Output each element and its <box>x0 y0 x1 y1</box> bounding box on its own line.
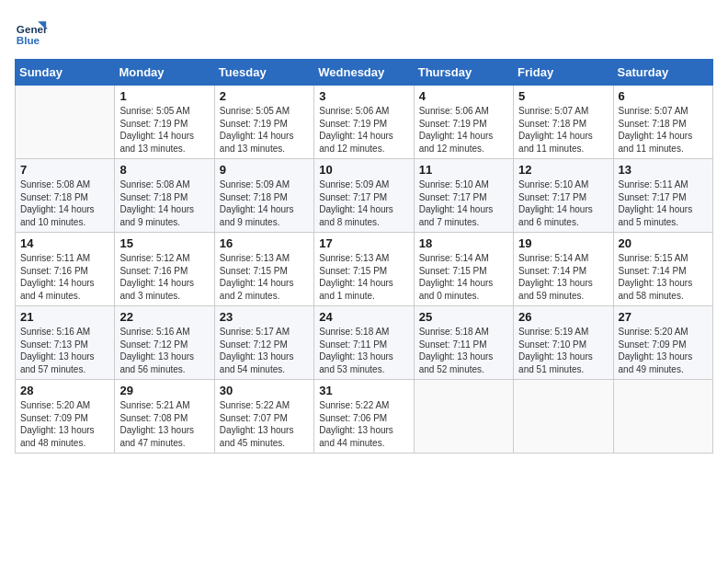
day-info: Sunrise: 5:09 AM Sunset: 7:17 PM Dayligh… <box>319 178 408 228</box>
day-info: Sunrise: 5:11 AM Sunset: 7:16 PM Dayligh… <box>20 252 109 302</box>
day-info: Sunrise: 5:06 AM Sunset: 7:19 PM Dayligh… <box>419 105 508 155</box>
calendar-cell: 12Sunrise: 5:10 AM Sunset: 7:17 PM Dayli… <box>514 159 613 233</box>
day-info: Sunrise: 5:08 AM Sunset: 7:18 PM Dayligh… <box>20 178 109 228</box>
day-number: 25 <box>419 310 508 324</box>
calendar-cell: 5Sunrise: 5:07 AM Sunset: 7:18 PM Daylig… <box>514 86 613 159</box>
day-info: Sunrise: 5:22 AM Sunset: 7:06 PM Dayligh… <box>319 399 408 449</box>
day-info: Sunrise: 5:16 AM Sunset: 7:13 PM Dayligh… <box>20 326 109 375</box>
weekday-header-friday: Friday <box>514 60 613 86</box>
day-info: Sunrise: 5:13 AM Sunset: 7:15 PM Dayligh… <box>319 252 408 302</box>
day-number: 11 <box>419 163 508 177</box>
day-number: 23 <box>220 310 309 324</box>
day-number: 16 <box>220 236 309 250</box>
day-number: 15 <box>119 236 209 250</box>
calendar-cell <box>613 380 712 454</box>
day-info: Sunrise: 5:06 AM Sunset: 7:19 PM Dayligh… <box>319 105 408 155</box>
calendar-cell <box>414 380 513 454</box>
day-info: Sunrise: 5:16 AM Sunset: 7:12 PM Dayligh… <box>119 326 209 375</box>
calendar-cell <box>514 380 613 454</box>
day-info: Sunrise: 5:14 AM Sunset: 7:14 PM Dayligh… <box>518 252 608 302</box>
calendar-cell: 17Sunrise: 5:13 AM Sunset: 7:15 PM Dayli… <box>314 233 414 306</box>
calendar-cell: 13Sunrise: 5:11 AM Sunset: 7:17 PM Dayli… <box>613 159 712 233</box>
day-number: 21 <box>20 310 109 324</box>
calendar-cell: 14Sunrise: 5:11 AM Sunset: 7:16 PM Dayli… <box>16 233 115 306</box>
calendar-cell: 23Sunrise: 5:17 AM Sunset: 7:12 PM Dayli… <box>214 306 313 380</box>
day-number: 19 <box>518 236 608 250</box>
calendar-cell: 9Sunrise: 5:09 AM Sunset: 7:18 PM Daylig… <box>214 159 313 233</box>
day-info: Sunrise: 5:20 AM Sunset: 7:09 PM Dayligh… <box>20 399 109 449</box>
weekday-header-wednesday: Wednesday <box>314 60 414 86</box>
day-info: Sunrise: 5:09 AM Sunset: 7:18 PM Dayligh… <box>220 178 309 228</box>
day-info: Sunrise: 5:17 AM Sunset: 7:12 PM Dayligh… <box>220 326 309 375</box>
page-header: General Blue <box>15 15 713 48</box>
day-number: 31 <box>319 384 408 397</box>
day-info: Sunrise: 5:21 AM Sunset: 7:08 PM Dayligh… <box>119 399 209 449</box>
calendar-cell: 1Sunrise: 5:05 AM Sunset: 7:19 PM Daylig… <box>115 86 214 159</box>
day-info: Sunrise: 5:19 AM Sunset: 7:10 PM Dayligh… <box>518 326 608 375</box>
day-number: 9 <box>220 163 309 177</box>
day-number: 2 <box>220 89 309 103</box>
day-info: Sunrise: 5:10 AM Sunset: 7:17 PM Dayligh… <box>518 178 608 228</box>
calendar-cell: 21Sunrise: 5:16 AM Sunset: 7:13 PM Dayli… <box>16 306 115 380</box>
calendar-cell: 24Sunrise: 5:18 AM Sunset: 7:11 PM Dayli… <box>314 306 414 380</box>
day-number: 6 <box>619 89 708 103</box>
calendar-cell: 4Sunrise: 5:06 AM Sunset: 7:19 PM Daylig… <box>414 86 513 159</box>
day-number: 17 <box>319 236 408 250</box>
calendar-cell: 2Sunrise: 5:05 AM Sunset: 7:19 PM Daylig… <box>214 86 313 159</box>
day-number: 4 <box>419 89 508 103</box>
day-info: Sunrise: 5:18 AM Sunset: 7:11 PM Dayligh… <box>319 326 408 375</box>
calendar-cell: 8Sunrise: 5:08 AM Sunset: 7:18 PM Daylig… <box>115 159 214 233</box>
day-number: 18 <box>419 236 508 250</box>
day-number: 1 <box>119 89 209 103</box>
calendar-cell <box>16 86 115 159</box>
calendar-cell: 22Sunrise: 5:16 AM Sunset: 7:12 PM Dayli… <box>115 306 214 380</box>
day-info: Sunrise: 5:07 AM Sunset: 7:18 PM Dayligh… <box>518 105 608 155</box>
calendar-cell: 29Sunrise: 5:21 AM Sunset: 7:08 PM Dayli… <box>115 380 214 454</box>
day-number: 29 <box>119 384 209 397</box>
day-number: 14 <box>20 236 109 250</box>
calendar-cell: 6Sunrise: 5:07 AM Sunset: 7:18 PM Daylig… <box>613 86 712 159</box>
day-info: Sunrise: 5:11 AM Sunset: 7:17 PM Dayligh… <box>619 178 708 228</box>
day-number: 28 <box>20 384 109 397</box>
day-info: Sunrise: 5:12 AM Sunset: 7:16 PM Dayligh… <box>119 252 209 302</box>
day-number: 13 <box>619 163 708 177</box>
day-number: 26 <box>518 310 608 324</box>
weekday-header-sunday: Sunday <box>16 60 115 86</box>
day-number: 5 <box>518 89 608 103</box>
calendar-cell: 28Sunrise: 5:20 AM Sunset: 7:09 PM Dayli… <box>16 380 115 454</box>
calendar-cell: 10Sunrise: 5:09 AM Sunset: 7:17 PM Dayli… <box>314 159 414 233</box>
weekday-header-thursday: Thursday <box>414 60 513 86</box>
logo: General Blue <box>15 15 51 48</box>
day-number: 20 <box>619 236 708 250</box>
day-info: Sunrise: 5:18 AM Sunset: 7:11 PM Dayligh… <box>419 326 508 375</box>
weekday-header-saturday: Saturday <box>613 60 712 86</box>
calendar-cell: 7Sunrise: 5:08 AM Sunset: 7:18 PM Daylig… <box>16 159 115 233</box>
calendar-cell: 15Sunrise: 5:12 AM Sunset: 7:16 PM Dayli… <box>115 233 214 306</box>
calendar-cell: 31Sunrise: 5:22 AM Sunset: 7:06 PM Dayli… <box>314 380 414 454</box>
day-info: Sunrise: 5:15 AM Sunset: 7:14 PM Dayligh… <box>619 252 708 302</box>
day-info: Sunrise: 5:22 AM Sunset: 7:07 PM Dayligh… <box>220 399 309 449</box>
calendar-cell: 20Sunrise: 5:15 AM Sunset: 7:14 PM Dayli… <box>613 233 712 306</box>
day-number: 8 <box>119 163 209 177</box>
day-info: Sunrise: 5:05 AM Sunset: 7:19 PM Dayligh… <box>220 105 309 155</box>
calendar-cell: 18Sunrise: 5:14 AM Sunset: 7:15 PM Dayli… <box>414 233 513 306</box>
calendar-cell: 25Sunrise: 5:18 AM Sunset: 7:11 PM Dayli… <box>414 306 513 380</box>
day-info: Sunrise: 5:10 AM Sunset: 7:17 PM Dayligh… <box>419 178 508 228</box>
day-number: 30 <box>220 384 309 397</box>
calendar-cell: 19Sunrise: 5:14 AM Sunset: 7:14 PM Dayli… <box>514 233 613 306</box>
day-info: Sunrise: 5:20 AM Sunset: 7:09 PM Dayligh… <box>619 326 708 375</box>
day-number: 27 <box>619 310 708 324</box>
day-info: Sunrise: 5:14 AM Sunset: 7:15 PM Dayligh… <box>419 252 508 302</box>
svg-text:Blue: Blue <box>17 34 40 46</box>
calendar-cell: 16Sunrise: 5:13 AM Sunset: 7:15 PM Dayli… <box>214 233 313 306</box>
calendar-cell: 30Sunrise: 5:22 AM Sunset: 7:07 PM Dayli… <box>214 380 313 454</box>
day-number: 3 <box>319 89 408 103</box>
day-number: 12 <box>518 163 608 177</box>
day-info: Sunrise: 5:13 AM Sunset: 7:15 PM Dayligh… <box>220 252 309 302</box>
calendar-cell: 26Sunrise: 5:19 AM Sunset: 7:10 PM Dayli… <box>514 306 613 380</box>
day-number: 7 <box>20 163 109 177</box>
calendar-table: SundayMondayTuesdayWednesdayThursdayFrid… <box>15 59 713 454</box>
weekday-header-tuesday: Tuesday <box>214 60 313 86</box>
day-number: 22 <box>119 310 209 324</box>
calendar-cell: 27Sunrise: 5:20 AM Sunset: 7:09 PM Dayli… <box>613 306 712 380</box>
